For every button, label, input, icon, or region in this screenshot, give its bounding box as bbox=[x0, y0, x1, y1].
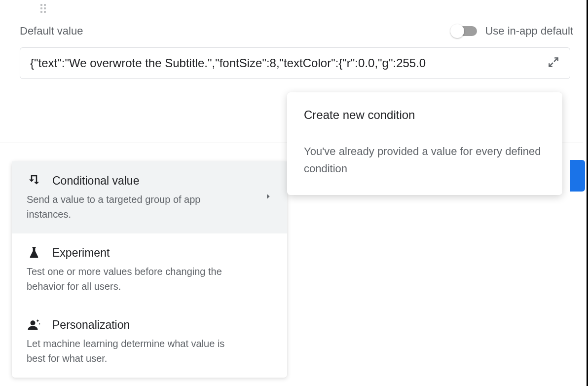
menu-item-description: Test one or more values before changing … bbox=[27, 264, 272, 294]
action-button-edge[interactable] bbox=[570, 160, 585, 192]
default-value-input[interactable]: {"text":"We overwrote the Subtitle.","fo… bbox=[20, 47, 570, 79]
menu-item-header: Conditional value bbox=[27, 173, 272, 188]
chevron-right-icon bbox=[264, 193, 272, 202]
in-app-default-toggle-group: Use in-app default bbox=[451, 25, 573, 38]
expand-icon[interactable] bbox=[547, 56, 560, 71]
personalization-icon bbox=[27, 317, 41, 332]
menu-item-description: Let machine learning determine what valu… bbox=[27, 336, 272, 366]
conditional-value-icon bbox=[27, 173, 41, 188]
in-app-default-toggle[interactable] bbox=[451, 26, 477, 36]
menu-item-title: Personalization bbox=[52, 318, 130, 332]
menu-item-description: Send a value to a targeted group of app … bbox=[27, 192, 272, 222]
menu-item-header: Experiment bbox=[27, 245, 272, 260]
toggle-thumb bbox=[450, 24, 464, 38]
in-app-default-label: Use in-app default bbox=[485, 25, 573, 38]
menu-item-title: Conditional value bbox=[52, 174, 139, 188]
default-value-text: {"text":"We overwrote the Subtitle.","fo… bbox=[30, 56, 543, 70]
default-value-label: Default value bbox=[20, 25, 83, 38]
menu-item-personalization[interactable]: Personalization Let machine learning det… bbox=[12, 306, 287, 378]
tooltip-text: You've already provided a value for ever… bbox=[304, 143, 546, 177]
default-value-header: Default value Use in-app default bbox=[20, 25, 573, 38]
menu-item-title: Experiment bbox=[52, 246, 110, 260]
create-condition-tooltip: Create new condition You've already prov… bbox=[287, 92, 562, 195]
svg-point-0 bbox=[31, 320, 36, 325]
experiment-icon bbox=[27, 245, 41, 260]
menu-item-experiment[interactable]: Experiment Test one or more values befor… bbox=[12, 233, 287, 306]
menu-item-conditional-value[interactable]: Conditional value Send a value to a targ… bbox=[12, 161, 287, 233]
menu-item-header: Personalization bbox=[27, 317, 272, 332]
drag-handle-icon[interactable] bbox=[40, 4, 46, 13]
add-value-options-menu: Conditional value Send a value to a targ… bbox=[12, 161, 287, 378]
default-value-section: Default value Use in-app default {"text"… bbox=[20, 25, 573, 79]
tooltip-title: Create new condition bbox=[304, 108, 546, 122]
